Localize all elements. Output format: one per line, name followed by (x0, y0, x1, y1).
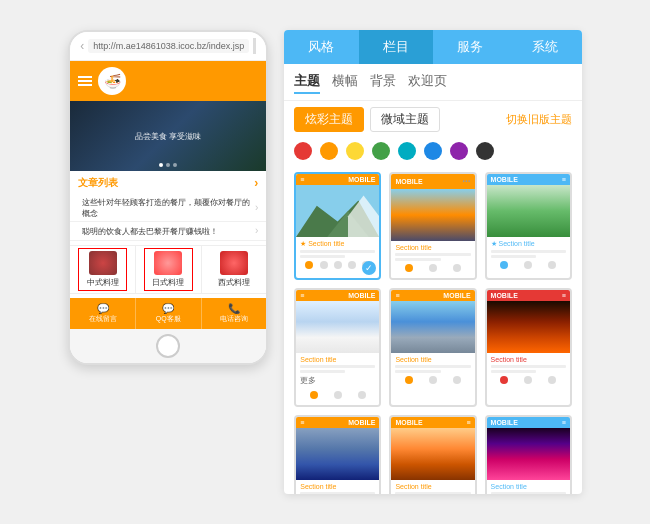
theme-card-1-img (296, 185, 379, 237)
color-dot-0[interactable] (294, 142, 312, 160)
cat-img-japanese (154, 251, 182, 275)
cat-label-chinese: 中式料理 (70, 277, 135, 288)
btn-colorful-theme[interactable]: 炫彩主题 (294, 107, 364, 132)
category-japanese[interactable]: 日式料理 (136, 246, 202, 293)
tab-column[interactable]: 栏目 (359, 30, 433, 64)
theme-card-3-title: ★ Section title (491, 240, 566, 248)
category-western[interactable]: 西式料理 (202, 246, 267, 293)
themes-grid: ≡MOBILE ★ Section title (284, 164, 582, 494)
color-dot-7[interactable] (476, 142, 494, 160)
theme-card-9-title: Section title (491, 483, 566, 490)
theme-card-8-img (391, 428, 474, 480)
theme-card-2[interactable]: MOBILE··· Section title (389, 172, 476, 280)
theme-card-2-lines (395, 253, 470, 261)
sub-tab-bg[interactable]: 背景 (370, 70, 396, 94)
cat-img-chinese (89, 251, 117, 275)
theme-card-7-lines (300, 492, 375, 494)
theme-card-2-body: Section title (391, 241, 474, 278)
theme-card-3-footer (491, 258, 566, 272)
main-tab-bar: 风格 栏目 服务 系统 (284, 30, 582, 64)
sub-tab-welcome[interactable]: 欢迎页 (408, 70, 447, 94)
phone-bottom-bar (70, 329, 266, 363)
cat-label-japanese: 日式料理 (136, 277, 201, 288)
phone-icon: 📞 (202, 303, 267, 314)
theme-card-6-header: MOBILE≡ (487, 290, 570, 301)
footer-icon-2b (429, 264, 437, 272)
section-arrow-icon: › (254, 176, 258, 190)
tab-style[interactable]: 风格 (284, 30, 358, 64)
switch-old-version[interactable]: 切换旧版主题 (506, 112, 572, 127)
theme-card-2-img (391, 189, 474, 241)
theme-card-9-lines (491, 492, 566, 494)
color-dot-1[interactable] (320, 142, 338, 160)
footer-icon-1d (348, 261, 356, 269)
theme-card-8-title: Section title (395, 483, 470, 490)
footer-btn-phone[interactable]: 📞 电话咨询 (202, 298, 267, 329)
phone-article-2[interactable]: 聪明的饮食人都去巴黎开餐厅赚钱啦！ › (70, 222, 266, 241)
theme-card-5-footer (395, 373, 470, 387)
footer-icon-1a (305, 261, 313, 269)
footer-icon-6a (500, 376, 508, 384)
phone-qr-code (253, 38, 256, 54)
phone-url-bar-area: ‹ http://m.ae14861038.icoc.bz/index.jsp (70, 32, 266, 61)
footer-icon-1b (320, 261, 328, 269)
theme-card-3[interactable]: MOBILE≡ ★ Section title (485, 172, 572, 280)
phone-mockup: ‹ http://m.ae14861038.icoc.bz/index.jsp … (68, 30, 268, 365)
footer-icon-5b (429, 376, 437, 384)
theme-card-5-lines (395, 365, 470, 373)
theme-card-6-footer (491, 373, 566, 387)
phone-categories: 中式料理 日式料理 西式料理 (70, 245, 266, 294)
theme-card-3-body: ★ Section title (487, 237, 570, 275)
phone-hero-banner: 品尝美食 享受滋味 (70, 101, 266, 171)
theme-card-8-lines (395, 492, 470, 494)
phone-home-button[interactable] (156, 334, 180, 358)
theme-card-8[interactable]: MOBILE≡ Section title (389, 415, 476, 494)
color-dot-2[interactable] (346, 142, 364, 160)
theme-card-4-title: Section title (300, 356, 375, 363)
cat-label-western: 西式料理 (202, 277, 267, 288)
footer-icon-2a (405, 264, 413, 272)
footer-icon-4c (358, 391, 366, 399)
tab-system[interactable]: 系统 (507, 30, 581, 64)
theme-card-6[interactable]: MOBILE≡ Section title (485, 288, 572, 407)
footer-btn-message[interactable]: 💬 在线留言 (70, 298, 136, 329)
theme-card-6-lines (491, 365, 566, 373)
theme-card-9[interactable]: MOBILE≡ Section title (485, 415, 572, 494)
color-dot-4[interactable] (398, 142, 416, 160)
theme-card-9-header: MOBILE≡ (487, 417, 570, 428)
phone-back-icon[interactable]: ‹ (80, 39, 84, 53)
color-dot-6[interactable] (450, 142, 468, 160)
theme-card-8-header: MOBILE≡ (391, 417, 474, 428)
footer-icon-4a (310, 391, 318, 399)
color-dot-5[interactable] (424, 142, 442, 160)
article-arrow-2: › (255, 224, 258, 238)
footer-icon-5c (453, 376, 461, 384)
theme-card-4[interactable]: ≡MOBILE Section title 更多 (294, 288, 381, 407)
theme-type-bar: 炫彩主题 微域主题 切换旧版主题 (284, 101, 582, 138)
footer-icon-6b (524, 376, 532, 384)
theme-card-3-header: MOBILE≡ (487, 174, 570, 185)
phone-article-1[interactable]: 这些针对年轻顾客打造的餐厅，颠覆你对餐厅的概念 › (70, 195, 266, 222)
theme-card-5[interactable]: ≡MOBILE Section title (389, 288, 476, 407)
footer-icon-4b (334, 391, 342, 399)
article-text-2: 聪明的饮食人都去巴黎开餐厅赚钱啦！ (82, 226, 255, 237)
article-text-1: 这些针对年轻顾客打造的餐厅，颠覆你对餐厅的概念 (82, 197, 255, 219)
phone-hero-text: 品尝美食 享受滋味 (135, 131, 201, 142)
hamburger-icon[interactable] (78, 76, 92, 86)
theme-card-7-title: Section title (300, 483, 375, 490)
theme-card-7[interactable]: ≡MOBILE Section title (294, 415, 381, 494)
btn-micro-theme[interactable]: 微域主题 (370, 107, 440, 132)
theme-card-3-img (487, 185, 570, 237)
theme-card-2-title: Section title (395, 244, 470, 251)
sub-tab-theme[interactable]: 主题 (294, 70, 320, 94)
tab-service[interactable]: 服务 (433, 30, 507, 64)
color-dot-3[interactable] (372, 142, 390, 160)
theme-card-1-lines (300, 250, 375, 258)
category-chinese[interactable]: 中式料理 (70, 246, 136, 293)
footer-btn-qq[interactable]: 💬 QQ客服 (136, 298, 202, 329)
theme-card-4-body: Section title 更多 (296, 353, 379, 405)
phone-section-title: 文章列表 › (70, 171, 266, 195)
sub-tab-banner[interactable]: 横幅 (332, 70, 358, 94)
footer-icon-3b (524, 261, 532, 269)
theme-card-1[interactable]: ≡MOBILE ★ Section title (294, 172, 381, 280)
